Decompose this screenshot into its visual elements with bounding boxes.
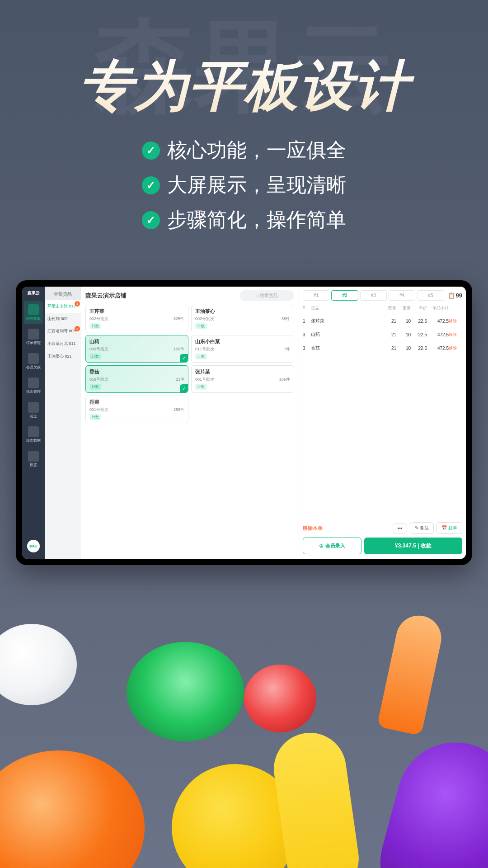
remove-order-button[interactable]: 移除本单 [303,525,323,532]
product-grid: 王芹菜002号批次325件计数王油菜心002号批次35件计数山药009号批次15… [81,305,299,423]
cart-table-header: # 货品 数量 重量 单价 单品小计 [299,302,466,314]
note-button[interactable]: ✎ 备注 [410,522,434,534]
pay-label: 收款 [421,542,432,549]
remove-row-button[interactable]: 移除 [449,332,462,338]
category-item[interactable]: 江西老刘哥 008 2 [45,325,81,338]
row-sub: 472.5 [427,346,449,351]
product-qty: 7件 [284,346,290,352]
checkout-button[interactable]: ¥3,347.5 | 收款 [364,538,462,554]
cart-row[interactable]: 1张芹菜211022.5472.5移除 [299,314,466,328]
product-card[interactable]: 山东小白菜011号批次7件计数 [191,335,294,363]
check-icon: ✓ [180,354,188,362]
category-item[interactable]: 王油菜心 021 [45,350,81,363]
cart-actions: 移除本单 ••• ✎ 备注 📅 挂单 [299,519,466,538]
tablet-frame: 森果云 销售收银 订单管理 会员欠款 批次管理 货主 [16,280,472,565]
th-qty: 数量 [382,305,396,311]
category-item[interactable]: 山药刘 009 [45,313,81,326]
check-icon: ✓ [142,176,160,194]
nav-settings[interactable]: 设置 [24,447,43,471]
product-batch: 001号批次 [89,407,108,413]
remove-row-button[interactable]: 移除 [449,345,462,351]
cart-tab[interactable]: #2 [331,290,358,301]
nav-label: 销售收银 [26,316,41,321]
carrot-illustration [377,611,446,736]
product-batch: 001号批次 [195,377,214,382]
product-name: 香菜 [89,399,184,406]
member-entry-button[interactable]: ♔ 会员录入 [303,538,361,554]
nav-label: 货主 [30,414,37,419]
nav-batches[interactable]: 批次管理 [24,374,43,397]
product-tag: 计数 [195,384,207,390]
cart-tab[interactable]: #3 [360,290,387,301]
search-input[interactable]: ⌕ 搜索货品 [240,290,294,301]
product-card[interactable]: 王芹菜002号批次325件计数 [85,305,188,332]
note-label: 备注 [420,525,429,530]
nav-sales[interactable]: 销售收银 [24,301,43,324]
nav-members[interactable]: 会员欠款 [24,349,43,373]
row-sub: 472.5 [427,319,449,324]
cart-row[interactable]: 3香菇211022.5472.5移除 [299,341,466,355]
category-item[interactable]: 芹菜山东张 012 1 [45,300,81,313]
cart-panel: #1 #2 #3 #4 #5 📋 99 # 货品 数量 重量 单价 单品小计 1… [299,287,466,559]
th-name: 货品 [311,305,382,311]
nav-shifts[interactable]: 班次数据 [24,423,43,446]
th-idx: # [303,305,311,311]
nav-orders[interactable]: 订单管理 [24,325,43,349]
product-name: 山药 [89,338,184,345]
batches-icon [28,377,39,388]
product-header: 森果云演示店铺 ⌕ 搜索货品 [81,287,299,305]
product-card[interactable]: 山药009号批次156件计数✓ [85,335,188,363]
product-card[interactable]: 王油菜心002号批次35件计数 [191,305,294,332]
category-name: 芹菜山东张 012 [47,304,76,308]
row-sub: 472.5 [427,332,449,337]
product-qty: 325件 [174,316,184,322]
product-tag: 计数 [195,323,207,329]
product-batch: 002号批次 [195,316,214,322]
row-qty: 21 [382,332,396,337]
divider: | [418,542,421,549]
row-name: 山药 [311,331,382,338]
feature-text: 步骤简化，操作简单 [167,207,346,233]
category-item[interactable]: 小白菜河北 011 [45,338,81,350]
row-wt: 10 [396,346,411,351]
product-card[interactable]: 香菜001号批次256件计数 [85,396,188,423]
nav-owner[interactable]: 货主 [24,398,43,422]
row-qty: 21 [382,319,396,324]
cart-tab[interactable]: #5 [417,290,444,301]
product-batch: 011号批次 [195,346,214,352]
category-name: 小白菜河北 011 [47,341,76,346]
store-title: 森果云演示店铺 [85,292,127,300]
product-card[interactable]: 张芹菜001号批次256件计数 [191,365,294,393]
product-name: 王芹菜 [89,308,184,315]
row-wt: 10 [396,332,411,337]
product-tag: 计数 [89,323,101,329]
cart-row[interactable]: 3山药211022.5472.5移除 [299,328,466,341]
product-panel: 森果云演示店铺 ⌕ 搜索货品 王芹菜002号批次325件计数王油菜心002号批次… [81,287,299,559]
feature-item: ✓ 大屏展示，呈现清晰 [0,172,488,198]
more-button[interactable]: ••• [393,523,408,533]
hero-title: 专为平板设计 [0,50,488,123]
side-navigation: 森果云 销售收银 订单管理 会员欠款 批次管理 货主 [22,287,45,559]
user-avatar[interactable]: 森果云 [27,540,40,552]
gear-icon [28,451,39,462]
edit-icon: ✎ [415,525,418,530]
feature-item: ✓ 步骤简化，操作简单 [0,207,488,233]
product-tag: 计数 [89,414,101,420]
nav-label: 订单管理 [26,340,41,345]
product-qty: 256件 [279,377,290,382]
nav-label: 批次管理 [26,389,41,394]
cart-tab[interactable]: #1 [303,290,329,301]
app-logo: 森果云 [26,289,42,297]
hold-order-button[interactable]: 📅 挂单 [436,522,462,534]
category-header: 全部货品 [45,287,81,300]
cart-tab[interactable]: #4 [389,290,415,301]
product-tag: 计数 [89,384,101,390]
row-price: 22.5 [411,319,427,324]
category-name: 江西老刘哥 008 [47,329,76,333]
feature-text: 大屏展示，呈现清晰 [167,172,346,198]
remove-row-button[interactable]: 移除 [449,318,462,324]
product-batch: 009号批次 [89,346,108,352]
row-idx: 1 [303,319,311,324]
row-qty: 21 [382,346,396,351]
product-card[interactable]: 香菇019号批次23件计数✓ [85,365,188,393]
